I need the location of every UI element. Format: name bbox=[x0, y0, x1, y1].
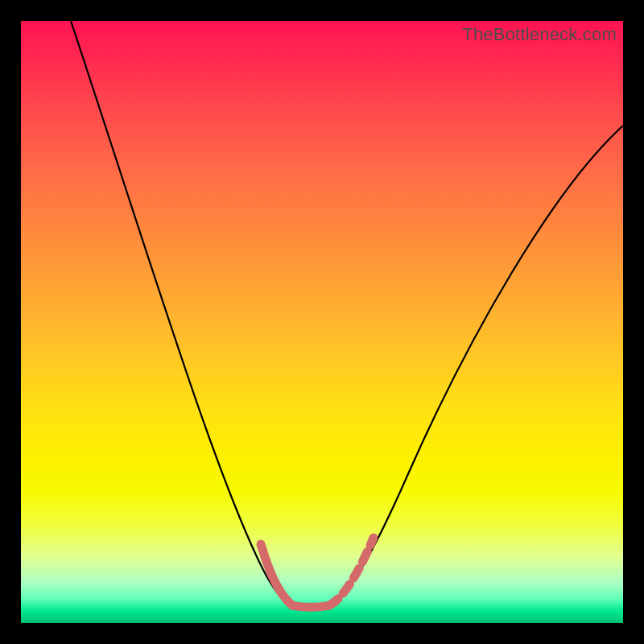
series-highlight-bottom bbox=[292, 605, 329, 607]
chart-svg bbox=[21, 21, 623, 623]
chart-plot-area: TheBottleneck.com bbox=[21, 21, 623, 623]
series-highlight-right bbox=[329, 538, 374, 605]
series-left-arm bbox=[71, 21, 292, 605]
